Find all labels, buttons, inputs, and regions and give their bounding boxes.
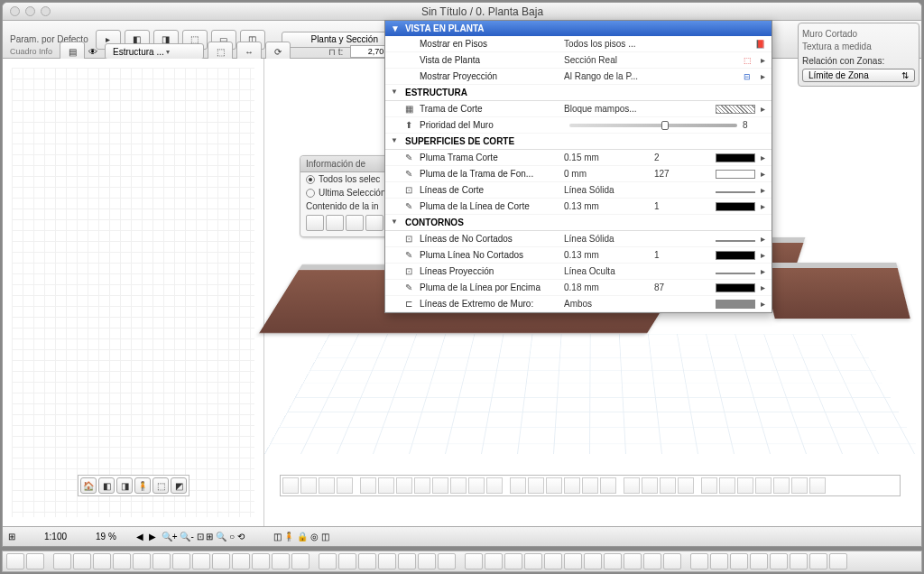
ip-btn-1[interactable] xyxy=(306,215,324,231)
ip-btn-4[interactable] xyxy=(365,215,383,231)
dd-prioridad[interactable]: ⬆Prioridad del Muro8 xyxy=(385,117,772,134)
vb-6[interactable]: ◩ xyxy=(171,477,187,494)
p18[interactable] xyxy=(398,553,416,569)
p10[interactable] xyxy=(232,553,250,569)
p2[interactable] xyxy=(73,553,91,569)
p26[interactable] xyxy=(564,553,582,569)
m21[interactable] xyxy=(660,477,676,494)
dd-plan-view[interactable]: Vista de PlantaSección Real⬚▸ xyxy=(385,52,772,69)
m8[interactable] xyxy=(414,477,430,494)
m28[interactable] xyxy=(791,477,808,494)
p30[interactable] xyxy=(643,553,661,569)
p36[interactable] xyxy=(770,553,788,569)
p17[interactable] xyxy=(378,553,396,569)
scale-value[interactable]: 1:100 xyxy=(44,532,67,542)
ip-btn-2[interactable] xyxy=(326,215,344,231)
m3[interactable] xyxy=(319,477,335,494)
p-marq[interactable] xyxy=(26,553,44,569)
ip-btn-3[interactable] xyxy=(346,215,364,231)
m27[interactable] xyxy=(773,477,790,494)
dd-r4-0[interactable]: ⊡Líneas de No CortadosLínea Sólida▸ xyxy=(385,231,772,247)
m6[interactable] xyxy=(378,477,394,494)
m17[interactable] xyxy=(582,477,598,494)
dd-r4-1[interactable]: ✎Pluma Línea No Cortados0.13 mm1▸ xyxy=(385,247,772,264)
p15[interactable] xyxy=(338,553,356,569)
status-icon[interactable]: ⊞ xyxy=(8,532,15,542)
dd-r3-1[interactable]: ✎Pluma de la Trama de Fon...0 mm127▸ xyxy=(385,166,772,182)
m25[interactable] xyxy=(737,477,753,494)
m12[interactable] xyxy=(486,477,503,494)
p20[interactable] xyxy=(438,553,456,569)
dd-r3-3[interactable]: ✎Pluma de la Línea de Corte0.13 mm1▸ xyxy=(385,199,772,215)
dd-r4-2[interactable]: ⊡Líneas ProyecciónLínea Oculta▸ xyxy=(385,264,772,280)
p-arrow[interactable] xyxy=(6,553,24,569)
m7[interactable] xyxy=(396,477,412,494)
p23[interactable] xyxy=(504,553,522,569)
p16[interactable] xyxy=(358,553,376,569)
m15[interactable] xyxy=(546,477,562,494)
p5[interactable] xyxy=(133,553,151,569)
p28[interactable] xyxy=(604,553,622,569)
m20[interactable] xyxy=(642,477,658,494)
t-field[interactable] xyxy=(350,45,386,58)
zoom-button[interactable] xyxy=(41,6,51,16)
p13[interactable] xyxy=(291,553,310,569)
dd-trama-corte[interactable]: ▦Trama de CorteBloque mampos...▸ xyxy=(385,101,772,117)
p14[interactable] xyxy=(319,553,337,569)
p7[interactable] xyxy=(172,553,190,569)
close-button[interactable] xyxy=(10,6,20,16)
p9[interactable] xyxy=(212,553,230,569)
m23[interactable] xyxy=(701,477,717,494)
p8[interactable] xyxy=(192,553,210,569)
m4[interactable] xyxy=(337,477,353,494)
m14[interactable] xyxy=(528,477,544,494)
p21[interactable] xyxy=(465,553,483,569)
nav-prev[interactable]: ◀ xyxy=(136,532,143,542)
dd-show-floors[interactable]: Mostrar en PisosTodos los pisos ...📕 xyxy=(385,36,772,52)
m19[interactable] xyxy=(624,477,640,494)
m11[interactable] xyxy=(468,477,485,494)
m10[interactable] xyxy=(450,477,467,494)
p29[interactable] xyxy=(624,553,642,569)
dd-r3-0[interactable]: ✎Pluma Trama Corte0.15 mm2▸ xyxy=(385,150,772,166)
vb-3[interactable]: ◨ xyxy=(116,477,133,494)
m18[interactable] xyxy=(600,477,616,494)
p39[interactable] xyxy=(829,553,847,569)
limite-dropdown[interactable]: Límite de Zona⇅ xyxy=(802,69,915,82)
vb-5[interactable]: ⬚ xyxy=(152,477,169,494)
dd-r3-2[interactable]: ⊡Líneas de CorteLínea Sólida▸ xyxy=(385,182,772,199)
vb-1[interactable]: 🏠 xyxy=(80,477,97,494)
nav-next[interactable]: ▶ xyxy=(149,532,156,542)
m24[interactable] xyxy=(719,477,735,494)
p19[interactable] xyxy=(418,553,436,569)
m16[interactable] xyxy=(564,477,580,494)
p33[interactable] xyxy=(710,553,728,569)
p22[interactable] xyxy=(485,553,503,569)
m5[interactable] xyxy=(360,477,376,494)
p6[interactable] xyxy=(152,553,171,569)
minimize-button[interactable] xyxy=(25,6,35,16)
m9[interactable] xyxy=(432,477,448,494)
p37[interactable] xyxy=(790,553,808,569)
p27[interactable] xyxy=(584,553,602,569)
zoom-value[interactable]: 19 % xyxy=(96,532,116,542)
p24[interactable] xyxy=(524,553,542,569)
p32[interactable] xyxy=(690,553,708,569)
dd-r4-3[interactable]: ✎Pluma de la Línea por Encima0.18 mm87▸ xyxy=(385,280,772,296)
p1[interactable] xyxy=(53,553,71,569)
p34[interactable] xyxy=(730,553,748,569)
m13[interactable] xyxy=(510,477,526,494)
m1[interactable] xyxy=(282,477,299,494)
estructura-dropdown[interactable]: Estructura ...▾ xyxy=(105,43,204,60)
dd-projection[interactable]: Mostrar ProyecciónAl Rango de la P...⊟▸ xyxy=(385,69,772,85)
p11[interactable] xyxy=(252,553,270,569)
vb-4[interactable]: 🧍 xyxy=(134,477,151,494)
p35[interactable] xyxy=(750,553,768,569)
m26[interactable] xyxy=(755,477,772,494)
textura-option[interactable]: Textura a medida xyxy=(802,40,915,52)
p25[interactable] xyxy=(544,553,562,569)
m22[interactable] xyxy=(678,477,694,494)
p31[interactable] xyxy=(663,553,681,569)
plan-view[interactable] xyxy=(3,59,264,526)
m29[interactable] xyxy=(809,477,826,494)
